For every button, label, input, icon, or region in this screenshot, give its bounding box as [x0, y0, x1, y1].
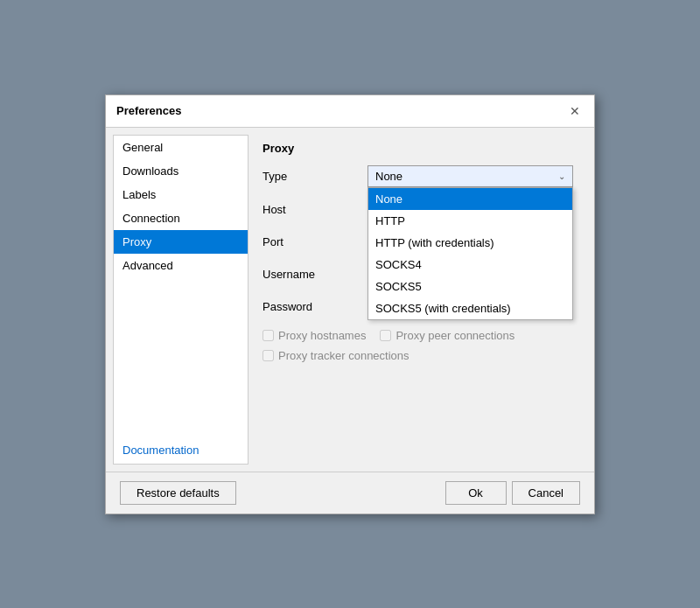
dropdown-option-http-cred[interactable]: HTTP (with credentials) — [368, 232, 572, 254]
dropdown-option-http[interactable]: HTTP — [368, 210, 572, 232]
restore-defaults-button[interactable]: Restore defaults — [120, 481, 236, 505]
sidebar-item-connection[interactable]: Connection — [114, 206, 248, 230]
type-dropdown-value: None — [375, 170, 402, 183]
dialog-body: General Downloads Labels Connection Prox… — [106, 128, 594, 472]
username-label: Username — [262, 268, 368, 281]
dropdown-arrow-icon: ⌄ — [558, 171, 565, 181]
host-label: Host — [262, 203, 368, 216]
dropdown-option-socks5-cred[interactable]: SOCKS5 (with credentials) — [368, 297, 572, 319]
proxy-hostnames-checkbox-label[interactable]: Proxy hostnames — [262, 329, 366, 342]
sidebar-item-downloads[interactable]: Downloads — [114, 159, 248, 183]
proxy-tracker-checkbox-label[interactable]: Proxy tracker connections — [262, 349, 573, 362]
documentation-link[interactable]: Documentation — [122, 444, 199, 457]
dropdown-option-none[interactable]: None — [368, 188, 572, 210]
proxy-hostnames-checkbox[interactable] — [262, 330, 274, 341]
proxy-peer-checkbox-label[interactable]: Proxy peer connections — [380, 329, 514, 342]
type-dropdown[interactable]: None ⌄ — [368, 165, 573, 187]
preferences-dialog: Preferences ✕ General Downloads Labels C… — [105, 94, 595, 514]
ok-button[interactable]: Ok — [445, 481, 507, 505]
proxy-tracker-label: Proxy tracker connections — [278, 349, 410, 362]
password-label: Password — [262, 300, 368, 313]
proxy-peer-checkbox[interactable] — [380, 330, 391, 341]
close-button[interactable]: ✕ — [566, 102, 584, 120]
dialog-title: Preferences — [116, 104, 181, 117]
checkboxes-section: Proxy hostnames Proxy peer connections P… — [262, 329, 573, 362]
sidebar-item-advanced[interactable]: Advanced — [114, 254, 248, 277]
dropdown-list: None HTTP HTTP (with credentials) SOCKS4… — [368, 187, 573, 320]
proxy-hostnames-label: Proxy hostnames — [278, 329, 366, 342]
type-control: None ⌄ None HTTP HTTP (with credentials)… — [368, 165, 573, 187]
content-panel: Proxy Type None ⌄ None HTTP HTTP (with c… — [248, 135, 587, 465]
dropdown-option-socks5[interactable]: SOCKS5 — [368, 276, 572, 297]
sidebar-item-general[interactable]: General — [114, 136, 248, 159]
port-label: Port — [262, 235, 368, 248]
dialog-footer: Restore defaults Ok Cancel — [106, 472, 594, 514]
type-row: Type None ⌄ None HTTP HTTP (with credent… — [262, 165, 573, 187]
proxy-peer-label: Proxy peer connections — [396, 329, 514, 342]
checkboxes-row1: Proxy hostnames Proxy peer connections — [262, 329, 573, 342]
sidebar-footer: Documentation — [114, 437, 248, 464]
cancel-button[interactable]: Cancel — [512, 481, 580, 505]
sidebar-item-labels[interactable]: Labels — [114, 183, 248, 206]
section-title: Proxy — [262, 142, 573, 155]
checkboxes-row2: Proxy tracker connections — [262, 349, 573, 362]
dropdown-option-socks4[interactable]: SOCKS4 — [368, 254, 572, 276]
type-label: Type — [262, 170, 368, 183]
proxy-tracker-checkbox[interactable] — [262, 350, 274, 361]
title-bar: Preferences ✕ — [106, 95, 594, 128]
sidebar-item-proxy[interactable]: Proxy — [114, 230, 248, 254]
sidebar: General Downloads Labels Connection Prox… — [113, 135, 248, 465]
